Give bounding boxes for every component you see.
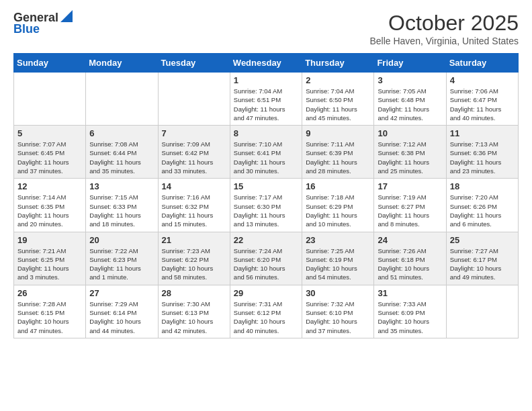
calendar-cell: 8Sunrise: 7:10 AM Sunset: 6:41 PM Daylig… [230, 126, 302, 179]
calendar-cell: 27Sunrise: 7:29 AM Sunset: 6:14 PM Dayli… [86, 285, 158, 338]
day-number: 30 [306, 288, 370, 298]
day-number: 15 [234, 181, 298, 191]
calendar-cell: 4Sunrise: 7:06 AM Sunset: 6:47 PM Daylig… [446, 73, 518, 126]
day-info: Sunrise: 7:17 AM Sunset: 6:30 PM Dayligh… [234, 193, 298, 228]
week-row-4: 19Sunrise: 7:21 AM Sunset: 6:25 PM Dayli… [14, 232, 519, 285]
day-number: 18 [450, 181, 515, 191]
calendar-cell: 19Sunrise: 7:21 AM Sunset: 6:25 PM Dayli… [14, 232, 86, 285]
calendar-title: October 2025 [369, 11, 519, 36]
day-number: 5 [17, 128, 82, 138]
day-info: Sunrise: 7:05 AM Sunset: 6:48 PM Dayligh… [378, 87, 442, 122]
day-info: Sunrise: 7:19 AM Sunset: 6:27 PM Dayligh… [378, 193, 442, 228]
day-number: 13 [89, 181, 154, 191]
day-info: Sunrise: 7:15 AM Sunset: 6:33 PM Dayligh… [89, 193, 154, 228]
day-info: Sunrise: 7:31 AM Sunset: 6:12 PM Dayligh… [234, 300, 298, 335]
day-info: Sunrise: 7:26 AM Sunset: 6:18 PM Dayligh… [378, 246, 442, 282]
title-block: October 2025 Belle Haven, Virginia, Unit… [369, 11, 519, 46]
day-number: 27 [89, 288, 154, 298]
day-number: 16 [306, 181, 370, 191]
day-number: 23 [306, 235, 370, 245]
calendar-cell: 9Sunrise: 7:11 AM Sunset: 6:39 PM Daylig… [302, 126, 374, 179]
calendar-cell: 31Sunrise: 7:33 AM Sunset: 6:09 PM Dayli… [374, 285, 446, 338]
day-info: Sunrise: 7:13 AM Sunset: 6:36 PM Dayligh… [450, 140, 515, 175]
calendar-cell: 24Sunrise: 7:26 AM Sunset: 6:18 PM Dayli… [374, 232, 446, 285]
calendar-cell: 15Sunrise: 7:17 AM Sunset: 6:30 PM Dayli… [230, 179, 302, 232]
day-info: Sunrise: 7:04 AM Sunset: 6:51 PM Dayligh… [234, 87, 298, 122]
day-number: 9 [306, 128, 370, 138]
day-number: 28 [162, 288, 226, 298]
calendar-table: SundayMondayTuesdayWednesdayThursdayFrid… [13, 53, 519, 338]
day-info: Sunrise: 7:24 AM Sunset: 6:20 PM Dayligh… [234, 246, 298, 282]
calendar-cell: 26Sunrise: 7:28 AM Sunset: 6:15 PM Dayli… [14, 285, 86, 338]
calendar-cell [86, 73, 158, 126]
day-info: Sunrise: 7:28 AM Sunset: 6:15 PM Dayligh… [17, 300, 82, 335]
day-number: 22 [234, 235, 298, 245]
col-header-monday: Monday [86, 54, 158, 73]
day-info: Sunrise: 7:06 AM Sunset: 6:47 PM Dayligh… [450, 87, 515, 122]
day-info: Sunrise: 7:10 AM Sunset: 6:41 PM Dayligh… [234, 140, 298, 175]
day-number: 7 [162, 128, 226, 138]
col-header-sunday: Sunday [14, 54, 86, 73]
day-info: Sunrise: 7:25 AM Sunset: 6:19 PM Dayligh… [306, 246, 370, 282]
calendar-cell: 20Sunrise: 7:22 AM Sunset: 6:23 PM Dayli… [86, 232, 158, 285]
calendar-cell: 21Sunrise: 7:23 AM Sunset: 6:22 PM Dayli… [158, 232, 230, 285]
day-number: 3 [378, 75, 442, 85]
day-info: Sunrise: 7:07 AM Sunset: 6:45 PM Dayligh… [17, 140, 82, 175]
day-info: Sunrise: 7:20 AM Sunset: 6:26 PM Dayligh… [450, 193, 515, 228]
week-row-1: 1Sunrise: 7:04 AM Sunset: 6:51 PM Daylig… [14, 73, 519, 126]
calendar-subtitle: Belle Haven, Virginia, United States [369, 36, 519, 46]
day-number: 21 [162, 235, 226, 245]
logo-blue-text: Blue [13, 22, 40, 36]
calendar-cell: 18Sunrise: 7:20 AM Sunset: 6:26 PM Dayli… [446, 179, 518, 232]
day-number: 29 [234, 288, 298, 298]
calendar-cell: 30Sunrise: 7:32 AM Sunset: 6:10 PM Dayli… [302, 285, 374, 338]
day-number: 31 [378, 288, 442, 298]
day-info: Sunrise: 7:33 AM Sunset: 6:09 PM Dayligh… [378, 300, 442, 335]
day-info: Sunrise: 7:04 AM Sunset: 6:50 PM Dayligh… [306, 87, 370, 122]
calendar-cell: 10Sunrise: 7:12 AM Sunset: 6:38 PM Dayli… [374, 126, 446, 179]
calendar-cell: 11Sunrise: 7:13 AM Sunset: 6:36 PM Dayli… [446, 126, 518, 179]
logo-icon [60, 10, 73, 22]
calendar-cell [158, 73, 230, 126]
day-info: Sunrise: 7:12 AM Sunset: 6:38 PM Dayligh… [378, 140, 442, 175]
day-info: Sunrise: 7:14 AM Sunset: 6:35 PM Dayligh… [17, 193, 82, 228]
calendar-cell: 17Sunrise: 7:19 AM Sunset: 6:27 PM Dayli… [374, 179, 446, 232]
day-number: 1 [234, 75, 298, 85]
calendar-page: General Blue October 2025 Belle Haven, V… [0, 0, 532, 411]
day-number: 12 [17, 181, 82, 191]
day-number: 14 [162, 181, 226, 191]
day-number: 24 [378, 235, 442, 245]
day-number: 26 [17, 288, 82, 298]
day-info: Sunrise: 7:08 AM Sunset: 6:44 PM Dayligh… [89, 140, 154, 175]
col-header-tuesday: Tuesday [158, 54, 230, 73]
svg-marker-0 [60, 10, 73, 22]
calendar-cell: 28Sunrise: 7:30 AM Sunset: 6:13 PM Dayli… [158, 285, 230, 338]
calendar-cell: 14Sunrise: 7:16 AM Sunset: 6:32 PM Dayli… [158, 179, 230, 232]
day-number: 20 [89, 235, 154, 245]
day-info: Sunrise: 7:16 AM Sunset: 6:32 PM Dayligh… [162, 193, 226, 228]
calendar-cell: 23Sunrise: 7:25 AM Sunset: 6:19 PM Dayli… [302, 232, 374, 285]
day-number: 2 [306, 75, 370, 85]
calendar-cell: 3Sunrise: 7:05 AM Sunset: 6:48 PM Daylig… [374, 73, 446, 126]
day-number: 17 [378, 181, 442, 191]
day-info: Sunrise: 7:21 AM Sunset: 6:25 PM Dayligh… [17, 246, 82, 282]
calendar-cell: 13Sunrise: 7:15 AM Sunset: 6:33 PM Dayli… [86, 179, 158, 232]
day-info: Sunrise: 7:27 AM Sunset: 6:17 PM Dayligh… [450, 246, 515, 282]
week-row-2: 5Sunrise: 7:07 AM Sunset: 6:45 PM Daylig… [14, 126, 519, 179]
day-info: Sunrise: 7:23 AM Sunset: 6:22 PM Dayligh… [162, 246, 226, 282]
day-info: Sunrise: 7:09 AM Sunset: 6:42 PM Dayligh… [162, 140, 226, 175]
day-info: Sunrise: 7:29 AM Sunset: 6:14 PM Dayligh… [89, 300, 154, 335]
col-header-saturday: Saturday [446, 54, 518, 73]
col-header-friday: Friday [374, 54, 446, 73]
calendar-cell: 1Sunrise: 7:04 AM Sunset: 6:51 PM Daylig… [230, 73, 302, 126]
calendar-cell: 2Sunrise: 7:04 AM Sunset: 6:50 PM Daylig… [302, 73, 374, 126]
day-number: 11 [450, 128, 515, 138]
header: General Blue October 2025 Belle Haven, V… [13, 11, 519, 46]
calendar-header-row: SundayMondayTuesdayWednesdayThursdayFrid… [14, 54, 519, 73]
col-header-thursday: Thursday [302, 54, 374, 73]
calendar-cell: 6Sunrise: 7:08 AM Sunset: 6:44 PM Daylig… [86, 126, 158, 179]
day-info: Sunrise: 7:11 AM Sunset: 6:39 PM Dayligh… [306, 140, 370, 175]
week-row-5: 26Sunrise: 7:28 AM Sunset: 6:15 PM Dayli… [14, 285, 519, 338]
calendar-cell [14, 73, 86, 126]
day-number: 10 [378, 128, 442, 138]
